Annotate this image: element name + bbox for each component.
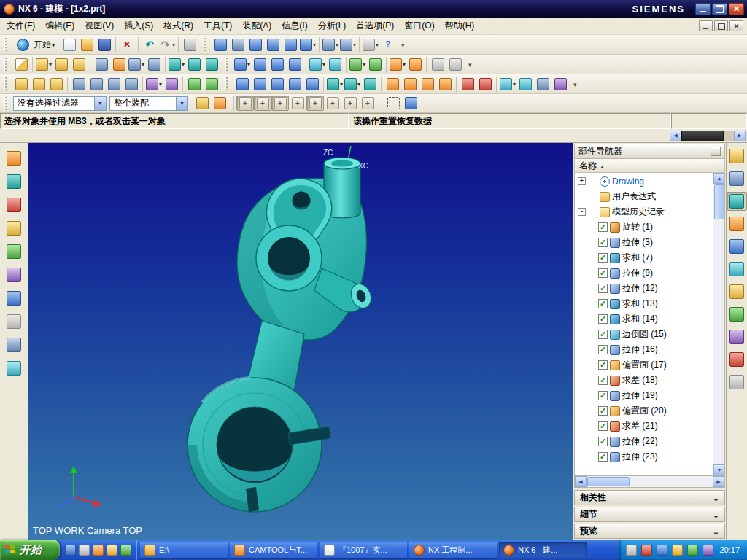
expand-toggle[interactable] [588,453,596,461]
snap-arc-center-toggle-icon[interactable] [324,96,341,111]
tree-horizontal-scrollbar[interactable] [574,476,725,488]
tree-row[interactable]: 拉伸 (12) [575,281,713,296]
menu-item[interactable]: 装配(A) [237,17,276,35]
expand-toggle[interactable] [588,376,596,384]
chevron-down-icon[interactable] [713,510,719,520]
zoom-in-icon[interactable] [233,77,251,92]
expand-toggle[interactable]: - [578,208,586,216]
feature-checkbox[interactable] [598,253,608,262]
hole-icon[interactable] [128,57,145,72]
mail-icon[interactable] [106,544,118,556]
redo-icon[interactable] [158,37,176,52]
rib-icon[interactable] [446,57,464,72]
snap-center-icon[interactable] [419,77,436,92]
offset-face-icon[interactable] [389,57,406,72]
taskbar-task-button[interactable]: 『1007』实... [320,542,407,558]
tree-vertical-scrollbar[interactable] [713,173,724,475]
scroll-right-icon[interactable] [713,476,724,487]
reuse-library-icon[interactable] [727,214,747,233]
help-icon[interactable] [379,37,397,52]
left-tool-icon-2[interactable] [4,172,24,191]
tree-row[interactable]: 用户表达式 [575,189,713,204]
menu-item[interactable]: 帮助(H) [440,17,480,35]
chamfer-icon[interactable] [251,57,268,72]
feature-checkbox[interactable] [598,268,608,278]
feature-checkbox[interactable] [598,222,608,232]
boss-icon[interactable] [145,57,163,72]
zoom-out-icon[interactable] [251,77,268,92]
scroll-up-icon[interactable] [713,173,725,184]
toolbar-overflow-icon[interactable] [468,59,472,69]
line-icon[interactable] [88,77,105,92]
selection-scope-combo[interactable]: 整个装配 [109,96,188,111]
feature-checkbox[interactable] [598,452,608,462]
scroll-down-icon[interactable] [713,464,725,475]
snap-endpoint-icon[interactable] [384,77,401,92]
horizontal-scrollbar-thumb[interactable] [681,131,724,141]
left-tool-icon-6[interactable] [4,265,24,284]
delete-icon[interactable] [118,37,136,52]
datum-plane-icon[interactable] [35,57,53,72]
measure-angle-icon[interactable] [163,77,180,92]
tree-row[interactable]: 求差 (18) [575,373,713,388]
security-icon[interactable] [702,544,714,556]
toolbar-grip[interactable] [225,77,228,90]
horizontal-scrollbar-track[interactable] [724,131,734,141]
snap-intersection-icon[interactable] [436,77,454,92]
studio-mode-icon[interactable] [361,77,379,92]
history-icon[interactable] [727,282,747,301]
front-view-icon[interactable] [322,37,339,52]
tree-row[interactable]: 拉伸 (22) [575,434,713,449]
expand-toggle[interactable] [588,422,596,430]
left-tool-icon-8[interactable] [4,312,24,331]
pattern-feature-icon[interactable] [349,57,366,72]
draft-icon[interactable] [268,57,286,72]
feature-checkbox[interactable] [598,421,608,431]
snap-point-toggle-icon[interactable] [236,96,254,111]
messenger-tray-icon[interactable] [656,544,668,556]
mdi-minimize-button[interactable] [699,20,713,31]
rotate-view-icon[interactable] [299,37,317,52]
expand-toggle[interactable] [588,392,596,400]
shaded-mode-icon[interactable] [326,77,344,92]
tree-row[interactable]: 求差 (21) [575,419,713,434]
left-tool-icon-5[interactable] [4,242,24,261]
sketch-icon[interactable] [12,57,30,72]
trim-body-icon[interactable] [309,57,326,72]
navigator-section-header[interactable]: 细节 [574,507,725,522]
point-icon[interactable] [70,77,88,92]
visible-layers-icon[interactable] [203,77,220,92]
scrollbar-thumb[interactable] [714,184,724,219]
menu-item[interactable]: 工具(T) [198,17,237,35]
feature-checkbox[interactable] [598,376,608,385]
left-tool-icon-10[interactable] [4,359,24,378]
intersect-icon[interactable] [203,57,220,72]
column-header-name[interactable]: 名称 [574,159,725,173]
rectangle-icon[interactable] [123,77,140,92]
mirror-feature-icon[interactable] [366,57,384,72]
network-icon[interactable] [686,544,699,556]
internet-explorer-icon[interactable] [64,544,77,556]
expand-toggle[interactable] [588,407,596,415]
dropdown-arrow-icon[interactable] [94,97,106,110]
feature-checkbox[interactable] [598,437,608,446]
menu-item[interactable]: 文件(F) [1,17,40,35]
tree-row[interactable]: 拉伸 (19) [575,388,713,403]
snap-midpoint-icon[interactable] [401,77,419,92]
pan-icon[interactable] [286,77,303,92]
dropdown-arrow-icon[interactable] [176,97,187,110]
background-icon[interactable] [516,77,534,92]
messenger-icon[interactable] [120,544,132,556]
wcs-dynamics-icon[interactable] [12,77,30,92]
taskbar-task-button[interactable]: NX 工程制... [409,542,497,558]
feature-checkbox[interactable] [598,284,608,293]
save-icon[interactable] [96,37,113,52]
left-tool-icon-4[interactable] [4,219,24,238]
expand-toggle[interactable] [588,346,596,354]
print-icon[interactable] [181,37,198,52]
scrollbar-thumb[interactable] [587,477,630,486]
menu-item[interactable]: 窗口(O) [399,17,439,35]
clip-section-icon[interactable] [534,77,551,92]
open-file-icon[interactable] [78,37,96,52]
feature-checkbox[interactable] [598,406,608,416]
